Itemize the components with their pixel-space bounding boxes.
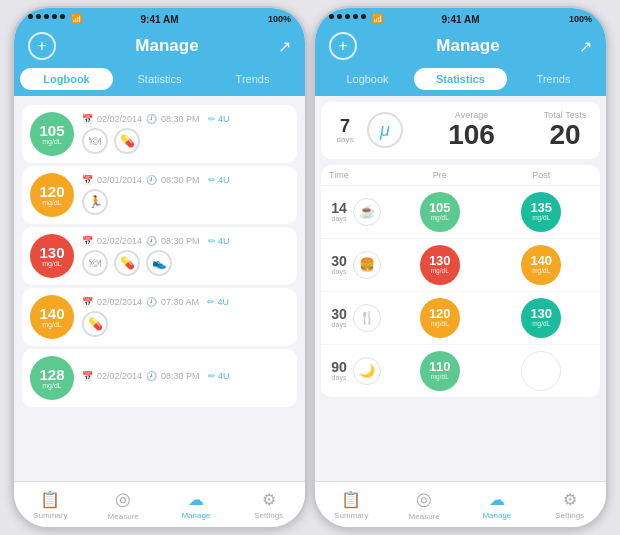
- log-meta: 📅 02/02/2014 🕗 07:30 AM ✏ 4U 💊: [82, 297, 289, 337]
- time-cell: 90 days 🌙: [329, 357, 389, 385]
- tab-bar: Logbook Statistics Trends: [315, 68, 606, 96]
- days-num: 90: [329, 360, 349, 374]
- days-num: 30: [329, 254, 349, 268]
- post-empty: [521, 351, 561, 391]
- log-date: 📅 02/02/2014 🕗 07:30 AM ✏ 4U: [82, 297, 289, 307]
- log-activity-icons: 🍽 💊 👟: [82, 250, 289, 276]
- log-item[interactable]: 130 mg/dL 📅 02/02/2014 🕗 08:30 PM ✏ 4U 🍽…: [22, 227, 297, 285]
- post-cell: 140 mg/dL: [491, 245, 593, 285]
- pre-cell: 110 mg/dL: [389, 351, 491, 391]
- log-activity-icons: 🏃: [82, 189, 289, 215]
- share-button[interactable]: ↗: [278, 37, 291, 56]
- battery-status: 100%: [569, 14, 592, 24]
- measure-icon: ◎: [416, 488, 432, 510]
- log-activity-icons: 🍽 💊: [82, 128, 289, 154]
- manage-icon: ☁: [188, 490, 204, 509]
- clock-icon: 🕗: [146, 114, 157, 124]
- log-meta: 📅 02/02/2014 🕗 08:30 PM ✏ 4U: [82, 371, 289, 385]
- log-date: 📅 02/02/2014 🕗 08:30 PM ✏ 4U: [82, 371, 289, 381]
- glucose-value: 128 mg/dL: [30, 356, 74, 400]
- nav-label-settings: Settings: [254, 511, 283, 520]
- log-date: 📅 02/01/2014 🕗 08:30 PM ✏ 4U: [82, 175, 289, 185]
- share-button[interactable]: ↗: [579, 37, 592, 56]
- days-number: 7: [331, 117, 359, 135]
- add-button[interactable]: +: [28, 32, 56, 60]
- average-value: 106: [411, 120, 532, 151]
- average-stat: Average 106: [411, 110, 532, 151]
- exercise-icon: 👟: [146, 250, 172, 276]
- bottom-nav: 📋 Summary ◎ Measure ☁ Manage ⚙ Settings: [14, 481, 305, 527]
- user-tag: ✏ 4U: [208, 236, 230, 246]
- log-item[interactable]: 105 mg/dL 📅 02/02/2014 🕗 08:30 PM ✏ 4U 🍽…: [22, 105, 297, 163]
- manage-icon: ☁: [489, 490, 505, 509]
- log-activity-icons: 💊: [82, 311, 289, 337]
- log-item[interactable]: 128 mg/dL 📅 02/02/2014 🕗 08:30 PM ✏ 4U: [22, 349, 297, 407]
- tab-logbook[interactable]: Logbook: [20, 68, 113, 90]
- days-selector: 7 days: [331, 117, 359, 144]
- pre-value: 120 mg/dL: [420, 298, 460, 338]
- stats-row: 30 days 🍔 130 mg/dL: [321, 239, 600, 292]
- add-button[interactable]: +: [329, 32, 357, 60]
- user-tag: ✏ 4U: [208, 175, 230, 185]
- measure-icon: ◎: [115, 488, 131, 510]
- tab-trends[interactable]: Trends: [206, 68, 299, 90]
- user-tag: ✏ 4U: [208, 371, 230, 381]
- nav-label-measure: Measure: [409, 512, 440, 521]
- stats-row: 14 days ☕ 105 mg/dL: [321, 186, 600, 239]
- tab-statistics[interactable]: Statistics: [414, 68, 507, 90]
- col-header-time: Time: [329, 170, 389, 180]
- nav-label-settings: Settings: [555, 511, 584, 520]
- page-title: Manage: [135, 36, 198, 56]
- nav-label-summary: Summary: [33, 511, 67, 520]
- log-item[interactable]: 140 mg/dL 📅 02/02/2014 🕗 07:30 AM ✏ 4U 💊: [22, 288, 297, 346]
- summary-icon: 📋: [341, 490, 361, 509]
- tab-logbook[interactable]: Logbook: [321, 68, 414, 90]
- pre-value: 130 mg/dL: [420, 245, 460, 285]
- post-value: 140 mg/dL: [521, 245, 561, 285]
- nav-manage[interactable]: ☁ Manage: [461, 482, 534, 527]
- post-value: 135 mg/dL: [521, 192, 561, 232]
- coffee-icon: ☕: [353, 198, 381, 226]
- total-tests-stat: Total Tests 20: [540, 110, 590, 151]
- signal-icons: 📶: [329, 14, 383, 24]
- tab-trends[interactable]: Trends: [507, 68, 600, 90]
- stats-summary-card: 7 days μ Average 106 Total Tests 20: [321, 102, 600, 159]
- meal-icon: 🍽: [82, 250, 108, 276]
- signal-dot: [28, 14, 33, 19]
- nav-summary[interactable]: 📋 Summary: [14, 482, 87, 527]
- pre-cell: 105 mg/dL: [389, 192, 491, 232]
- time-cell: 30 days 🍔: [329, 251, 389, 279]
- stats-panel: 7 days μ Average 106 Total Tests 20: [315, 96, 606, 403]
- days-label: days: [329, 374, 349, 381]
- days-num: 14: [329, 201, 349, 215]
- signal-dot: [44, 14, 49, 19]
- tab-statistics[interactable]: Statistics: [113, 68, 206, 90]
- nav-summary[interactable]: 📋 Summary: [315, 482, 388, 527]
- nav-settings[interactable]: ⚙ Settings: [533, 482, 606, 527]
- log-item[interactable]: 120 mg/dL 📅 02/01/2014 🕗 08:30 PM ✏ 4U 🏃: [22, 166, 297, 224]
- clock-icon: 🕗: [146, 371, 157, 381]
- bottom-nav: 📋 Summary ◎ Measure ☁ Manage ⚙ Settings: [315, 481, 606, 527]
- pre-value: 105 mg/dL: [420, 192, 460, 232]
- user-tag: ✏ 4U: [208, 114, 230, 124]
- wifi-icon: 📶: [71, 14, 82, 24]
- meal-icon: 🍔: [353, 251, 381, 279]
- glucose-value: 140 mg/dL: [30, 295, 74, 339]
- nav-measure[interactable]: ◎ Measure: [87, 482, 160, 527]
- post-cell: 135 mg/dL: [491, 192, 593, 232]
- nav-settings[interactable]: ⚙ Settings: [232, 482, 305, 527]
- meal-icon: 🍽: [82, 128, 108, 154]
- total-value: 20: [540, 120, 590, 151]
- clock-icon: 🕗: [146, 297, 157, 307]
- medication-icon: 💊: [82, 311, 108, 337]
- signal-dot: [345, 14, 350, 19]
- pre-value: 110 mg/dL: [420, 351, 460, 391]
- log-meta: 📅 02/02/2014 🕗 08:30 PM ✏ 4U 🍽 💊 👟: [82, 236, 289, 276]
- medication-icon: 💊: [114, 128, 140, 154]
- nav-measure[interactable]: ◎ Measure: [388, 482, 461, 527]
- nav-manage[interactable]: ☁ Manage: [160, 482, 233, 527]
- table-header: Time Pre Post: [321, 165, 600, 186]
- signal-dot: [329, 14, 334, 19]
- time-cell: 14 days ☕: [329, 198, 389, 226]
- tab-bar: Logbook Statistics Trends: [14, 68, 305, 96]
